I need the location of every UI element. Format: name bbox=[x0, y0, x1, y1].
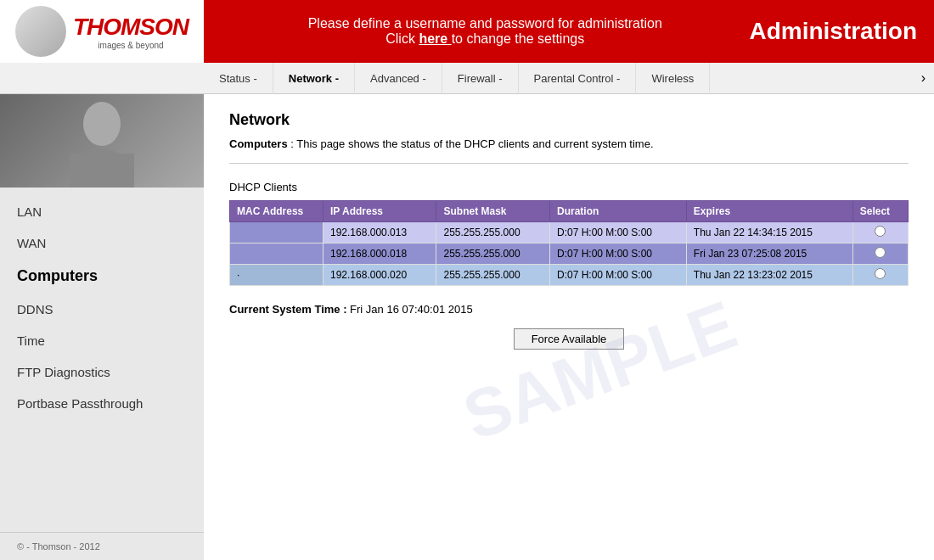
nav-item-wireless[interactable]: Wireless bbox=[636, 63, 710, 94]
select-cell-1[interactable] bbox=[852, 222, 908, 244]
ip-cell-1: 192.168.000.013 bbox=[324, 222, 436, 244]
select-cell-3[interactable] bbox=[852, 265, 908, 286]
ip-cell-3: 192.168.000.020 bbox=[324, 265, 436, 286]
sidebar-item-ddns[interactable]: DDNS bbox=[0, 294, 204, 325]
current-time-value: Fri Jan 16 07:40:01 2015 bbox=[350, 303, 473, 316]
banner-text: Please define a username and password fo… bbox=[221, 16, 749, 47]
banner-line3: to change the settings bbox=[452, 31, 585, 46]
col-mac: MAC Address bbox=[230, 201, 324, 222]
col-duration: Duration bbox=[549, 201, 686, 222]
col-expires: Expires bbox=[686, 201, 852, 222]
content-area: SAMPLE Network Computers : This page sho… bbox=[204, 94, 934, 560]
select-cell-2[interactable] bbox=[852, 244, 908, 265]
table-row: 192.168.000.013 255.255.255.000 D:07 H:0… bbox=[230, 222, 909, 244]
navbar: Status - Network - Advanced - Firewall -… bbox=[0, 63, 934, 94]
sidebar-item-time[interactable]: Time bbox=[0, 325, 204, 356]
mac-cell-3: · bbox=[230, 265, 324, 286]
svg-rect-2 bbox=[70, 154, 134, 188]
sidebar-nav: LAN WAN Computers DDNS Time FTP Diagnost… bbox=[0, 188, 204, 532]
page-desc-label: Computers bbox=[229, 137, 288, 150]
sidebar-image bbox=[0, 94, 204, 188]
nav-item-status[interactable]: Status - bbox=[204, 63, 273, 94]
banner-line2: Click bbox=[385, 31, 415, 46]
sidebar-placeholder bbox=[0, 94, 204, 188]
nav-scroll-icon[interactable]: › bbox=[913, 70, 934, 86]
col-ip: IP Address bbox=[324, 201, 436, 222]
radio-2[interactable] bbox=[875, 247, 886, 258]
force-available-button[interactable]: Force Available bbox=[514, 328, 625, 350]
page-desc-text: : This page shows the status of the DHCP… bbox=[290, 137, 653, 150]
nav-item-parental[interactable]: Parental Control - bbox=[519, 63, 637, 94]
sidebar-item-computers[interactable]: Computers bbox=[0, 259, 204, 294]
nav-item-firewall[interactable]: Firewall - bbox=[442, 63, 519, 94]
banner-line1: Please define a username and password fo… bbox=[308, 16, 662, 31]
page-title: Network bbox=[229, 111, 909, 129]
dhcp-section-title: DHCP Clients bbox=[229, 181, 909, 193]
duration-cell-2: D:07 H:00 M:00 S:00 bbox=[549, 244, 686, 265]
sidebar-item-portbase[interactable]: Portbase Passthrough bbox=[0, 388, 204, 419]
logo-circle-icon bbox=[15, 6, 66, 57]
sidebar-footer: © - Thomson - 2012 bbox=[0, 532, 204, 560]
radio-1[interactable] bbox=[875, 226, 886, 237]
logo-wrapper: THOMSON images & beyond bbox=[7, 0, 197, 65]
radio-3[interactable] bbox=[875, 268, 886, 279]
expires-cell-3: Thu Jan 22 13:23:02 2015 bbox=[686, 265, 852, 286]
nav-item-advanced[interactable]: Advanced - bbox=[355, 63, 442, 94]
duration-cell-3: D:07 H:00 M:00 S:00 bbox=[549, 265, 686, 286]
thomson-tagline: images & beyond bbox=[98, 41, 163, 50]
sidebar: LAN WAN Computers DDNS Time FTP Diagnost… bbox=[0, 94, 204, 560]
divider bbox=[229, 163, 909, 164]
duration-cell-1: D:07 H:00 M:00 S:00 bbox=[549, 222, 686, 244]
person-silhouette-icon bbox=[59, 94, 144, 188]
subnet-cell-2: 255.255.255.000 bbox=[436, 244, 549, 265]
logo-area: THOMSON images & beyond bbox=[0, 0, 204, 63]
col-select: Select bbox=[852, 201, 908, 222]
table-row: 192.168.000.018 255.255.255.000 D:07 H:0… bbox=[230, 244, 909, 265]
dhcp-table: MAC Address IP Address Subnet Mask Durat… bbox=[229, 200, 909, 286]
table-row: · 192.168.000.020 255.255.255.000 D:07 H… bbox=[230, 265, 909, 286]
thomson-name: THOMSON bbox=[73, 14, 188, 41]
mac-cell-2 bbox=[230, 244, 324, 265]
sidebar-item-ftp[interactable]: FTP Diagnostics bbox=[0, 356, 204, 388]
header: THOMSON images & beyond Please define a … bbox=[0, 0, 934, 63]
nav-item-network[interactable]: Network - bbox=[273, 63, 355, 94]
sidebar-item-wan[interactable]: WAN bbox=[0, 227, 204, 259]
current-time: Current System Time : Fri Jan 16 07:40:0… bbox=[229, 303, 909, 316]
subnet-cell-3: 255.255.255.000 bbox=[436, 265, 549, 286]
admin-title: Administration bbox=[749, 18, 917, 45]
col-subnet: Subnet Mask bbox=[436, 201, 549, 222]
force-btn-container: Force Available bbox=[229, 328, 909, 350]
expires-cell-2: Fri Jan 23 07:25:08 2015 bbox=[686, 244, 852, 265]
svg-point-0 bbox=[83, 102, 121, 146]
main-layout: LAN WAN Computers DDNS Time FTP Diagnost… bbox=[0, 94, 934, 560]
page-description: Computers : This page shows the status o… bbox=[229, 137, 909, 150]
mac-cell-1 bbox=[230, 222, 324, 244]
sidebar-item-lan[interactable]: LAN bbox=[0, 196, 204, 227]
header-banner: Please define a username and password fo… bbox=[204, 0, 934, 63]
current-time-label: Current System Time : bbox=[229, 303, 346, 316]
subnet-cell-1: 255.255.255.000 bbox=[436, 222, 549, 244]
expires-cell-1: Thu Jan 22 14:34:15 2015 bbox=[686, 222, 852, 244]
ip-cell-2: 192.168.000.018 bbox=[324, 244, 436, 265]
thomson-logo: THOMSON images & beyond bbox=[73, 14, 188, 50]
banner-link[interactable]: here bbox=[419, 31, 451, 46]
